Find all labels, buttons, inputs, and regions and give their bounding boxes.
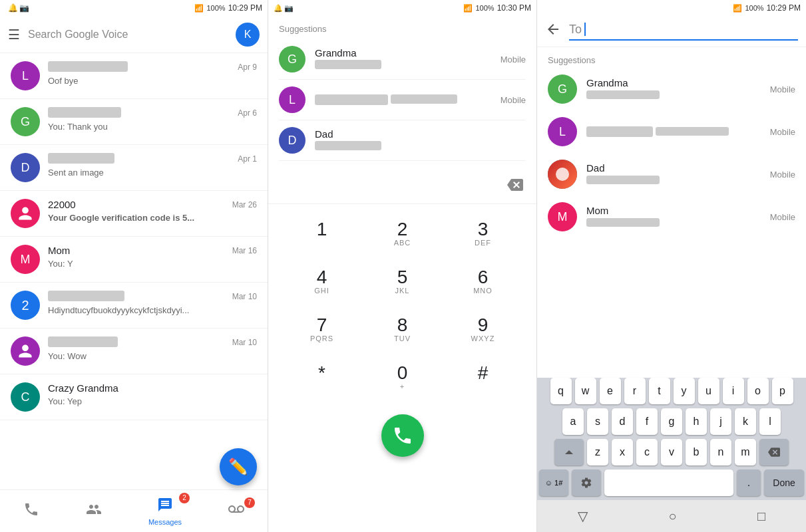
keyboard-bottom-row: ☺ 1# . Done — [537, 469, 806, 500]
keyboard-settings-key[interactable] — [572, 469, 601, 496]
dial-key-1[interactable]: 1 — [282, 209, 362, 257]
key-r[interactable]: r — [624, 378, 646, 404]
key-u[interactable]: u — [698, 378, 719, 404]
suggestion-grandma[interactable]: G Grandma Mobile — [279, 39, 526, 80]
nav-contacts[interactable] — [73, 499, 115, 524]
conversation-item[interactable]: M Mom Mar 16 You: Y — [0, 237, 268, 283]
message-date: Mar 26 — [232, 200, 257, 209]
key-a[interactable]: a — [562, 408, 584, 435]
emoji-key[interactable]: ☺ 1# — [539, 469, 568, 496]
conversation-content: Mar 10 You: Wow — [48, 336, 257, 362]
contact-name: Mom — [48, 245, 70, 256]
key-d[interactable]: d — [612, 408, 633, 435]
key-q[interactable]: q — [550, 378, 572, 404]
key-o[interactable]: o — [747, 378, 769, 404]
period-key[interactable]: . — [737, 469, 761, 496]
key-i[interactable]: i — [723, 378, 744, 404]
conversation-item[interactable]: D Apr 1 Sent an image — [0, 145, 268, 191]
phone-blurred — [656, 127, 729, 136]
to-field[interactable]: To — [569, 23, 798, 41]
nav-messages[interactable]: 2 Messages — [135, 494, 195, 529]
user-avatar[interactable]: K — [236, 23, 260, 47]
dial-key-9[interactable]: 9 WXYZ — [443, 305, 523, 353]
shift-icon — [563, 446, 575, 458]
search-bar[interactable]: ☰ Search Google Voice K — [0, 16, 268, 53]
key-t[interactable]: t — [649, 378, 670, 404]
dialpad: 1 2 ABC 3 DEF 4 GHI 5 JKL 6 MNO 7 PQRS 8 — [268, 204, 536, 406]
p3-suggestion-grandma[interactable]: G Grandma Mobile — [537, 68, 806, 110]
conversation-item[interactable]: G Apr 6 You: Thank you — [0, 99, 268, 145]
dial-key-3[interactable]: 3 DEF — [443, 209, 523, 257]
back-button[interactable] — [545, 21, 561, 41]
dial-key-8[interactable]: 8 TUV — [362, 305, 443, 353]
key-s[interactable]: s — [587, 408, 608, 435]
key-g[interactable]: g — [661, 408, 682, 435]
key-h[interactable]: h — [686, 408, 707, 435]
message-date: Apr 9 — [238, 63, 257, 72]
done-key[interactable]: Done — [764, 469, 804, 496]
key-j[interactable]: j — [710, 408, 731, 435]
suggestion-info: Dad — [315, 128, 516, 153]
dial-key-hash[interactable]: # — [443, 353, 523, 401]
avatar: L — [548, 117, 577, 146]
dial-key-4[interactable]: 4 GHI — [282, 257, 362, 305]
android-nav-bar: ▽ ○ □ — [537, 500, 806, 532]
battery-text: 100% — [206, 4, 225, 12]
call-button[interactable] — [381, 414, 424, 457]
suggestion-dad[interactable]: D Dad — [279, 120, 526, 161]
dialer-suggestions: Suggestions G Grandma Mobile L Mobile D … — [268, 16, 536, 166]
dial-key-2[interactable]: 2 ABC — [362, 209, 443, 257]
conversation-item[interactable]: L Apr 9 Oof bye — [0, 53, 268, 99]
contact-name: Mom — [586, 205, 761, 216]
message-date: Mar 10 — [232, 292, 257, 301]
key-v[interactable]: v — [661, 439, 682, 466]
search-input[interactable]: Search Google Voice — [28, 29, 228, 41]
p3-suggestion-l[interactable]: L Mobile — [537, 110, 806, 153]
key-z[interactable]: z — [587, 439, 608, 466]
conversation-item[interactable]: 2 Mar 10 Hdiyndtucyfbuokdyyykcykfctjskdy… — [0, 283, 268, 329]
dial-key-0[interactable]: 0 + — [362, 353, 443, 401]
conversation-item[interactable]: 22000 Mar 26 Your Google verification co… — [0, 191, 268, 237]
recents-nav[interactable]: □ — [757, 509, 765, 524]
notif-icon: 🔔 — [274, 4, 283, 13]
avatar — [11, 199, 40, 228]
keyboard: q w e r t y u i o p a s d f g h j k l — [537, 378, 806, 500]
keyboard-backspace[interactable] — [759, 439, 789, 466]
key-f[interactable]: f — [636, 408, 658, 435]
key-x[interactable]: x — [612, 439, 633, 466]
key-b[interactable]: b — [686, 439, 707, 466]
back-nav[interactable]: ▽ — [578, 508, 588, 524]
nav-phone[interactable] — [10, 499, 53, 524]
key-n[interactable]: n — [710, 439, 731, 466]
dial-key-7[interactable]: 7 PQRS — [282, 305, 362, 353]
key-l[interactable]: l — [759, 408, 781, 435]
hamburger-icon[interactable]: ☰ — [8, 27, 20, 43]
conversation-item[interactable]: Mar 10 You: Wow — [0, 329, 268, 374]
home-nav[interactable]: ○ — [668, 509, 676, 524]
suggestion-l[interactable]: L Mobile — [279, 80, 526, 120]
p3-suggestion-mom[interactable]: M Mom Mobile — [537, 196, 806, 238]
key-k[interactable]: k — [735, 408, 756, 435]
compose-fab[interactable]: ✏️ — [220, 448, 257, 485]
suggestion-info: Mom — [586, 205, 761, 229]
key-p[interactable]: p — [772, 378, 793, 404]
dial-key-star[interactable]: * — [282, 353, 362, 401]
key-y[interactable]: y — [674, 378, 695, 404]
bluetooth-icon: 📷 — [19, 3, 29, 13]
new-message-panel: 📶 100% 10:29 PM To Suggestions G Grandma… — [537, 0, 806, 532]
backspace-button[interactable] — [504, 174, 526, 196]
key-e[interactable]: e — [600, 378, 621, 404]
key-c[interactable]: c — [636, 439, 658, 466]
p3-suggestion-dad[interactable]: Dad Mobile — [537, 153, 806, 196]
conversation-list: L Apr 9 Oof bye G — [0, 53, 268, 489]
space-key[interactable] — [604, 469, 733, 496]
conversation-content: Mar 10 Hdiyndtucyfbuokdyyykcykfctjskdyyi… — [48, 291, 257, 316]
conversation-item[interactable]: C Crazy Grandma You: Yep — [0, 374, 268, 420]
dial-key-5[interactable]: 5 JKL — [362, 257, 443, 305]
dial-key-6[interactable]: 6 MNO — [443, 257, 523, 305]
shift-key[interactable] — [554, 439, 584, 466]
nav-voicemail[interactable]: 7 — [215, 499, 258, 524]
key-m[interactable]: m — [735, 439, 756, 466]
key-w[interactable]: w — [575, 378, 596, 404]
keyboard-row-1: q w e r t y u i o p — [537, 378, 806, 404]
